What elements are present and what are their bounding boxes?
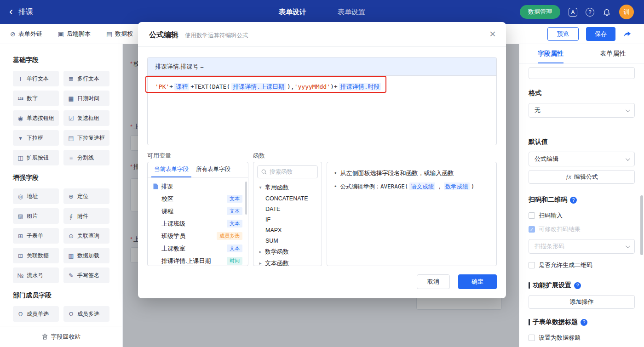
field-type-extend-button[interactable]: ◫扩展按钮: [13, 150, 59, 165]
field-type-data-load[interactable]: ▥数据加载: [63, 248, 109, 263]
field-type-badge: 时间: [227, 257, 242, 265]
member-multi-icon: Ω: [68, 311, 75, 318]
function-item[interactable]: MAPX: [253, 225, 322, 235]
field-type-label: 单选按钮组: [27, 114, 54, 122]
add-action-label: 添加操作: [570, 298, 594, 306]
section-bar: [529, 282, 530, 289]
close-icon[interactable]: ×: [489, 28, 496, 40]
field-type-number[interactable]: 123数字: [13, 91, 59, 106]
bullet-icon: •: [334, 168, 337, 178]
tab-form-settings[interactable]: 表单设置: [338, 8, 365, 17]
function-item[interactable]: CONCATENATE: [253, 193, 322, 204]
format-select[interactable]: 无: [529, 103, 635, 118]
save-button[interactable]: 保存: [586, 27, 615, 41]
formula-field-token: 排课详情.上课日期: [231, 83, 286, 91]
field-type-label: 图片: [27, 212, 38, 220]
field-type-dropdown-multiselect[interactable]: ▤下拉复选框: [63, 130, 109, 146]
function-group[interactable]: ▸数学函数: [253, 246, 322, 257]
field-recycle-bin[interactable]: 字段回收站: [0, 326, 122, 347]
scan-barcode-select[interactable]: 扫描条形码: [529, 239, 635, 254]
field-type-subform[interactable]: ⊞子表单: [13, 228, 59, 244]
function-group[interactable]: ▸文本函数: [253, 257, 322, 266]
function-item[interactable]: IF: [253, 214, 322, 225]
field-type-location[interactable]: ⊕定位: [63, 188, 109, 204]
top-navbar: ‹ 排课 表单设计 表单设置 数据管理 A ? 训: [0, 0, 644, 24]
formula-field-token: 排课详情.时段: [339, 83, 381, 91]
formula-content: 'PK'+课程+TEXT(DATE(排课详情.上课日期),'yyyyMMdd')…: [155, 83, 382, 90]
field-type-image[interactable]: ▨图片: [13, 208, 59, 224]
window-scrollbar[interactable]: [640, 195, 643, 255]
field-type-member-multi[interactable]: Ω成员多选: [63, 306, 109, 322]
help-icon[interactable]: ?: [586, 8, 594, 17]
data-manage-button[interactable]: 数据管理: [520, 5, 560, 19]
field-type-badge: 文本: [227, 220, 242, 228]
preview-button[interactable]: 预览: [547, 27, 579, 41]
subform-title-section-label: 子表单数据标题: [533, 318, 578, 326]
confirm-button[interactable]: 确定: [458, 274, 497, 289]
field-type-single-line-text[interactable]: T单行文本: [13, 71, 59, 86]
properties-body: 格式 无 默认值 公式编辑 ƒx 编辑公式 扫码和二维码 ? 扫码输入 可修改扫…: [519, 67, 644, 347]
cancel-button[interactable]: 取消: [417, 274, 450, 289]
set-data-title-checkbox[interactable]: 设置为数据标题: [529, 334, 635, 342]
field-type-badge: 文本: [227, 245, 242, 252]
variable-item[interactable]: 上课教室文本: [148, 242, 248, 255]
divider-icon: ≡: [68, 154, 75, 161]
toolbar-link-backend-script[interactable]: ▣后端脚本: [58, 30, 91, 38]
field-type-attachment[interactable]: ∮附件: [63, 208, 109, 224]
tab-form-properties[interactable]: 表单属性: [582, 44, 644, 63]
allow-qr-checkbox[interactable]: 是否允许生成二维码: [529, 261, 635, 269]
edit-formula-button[interactable]: ƒx 编辑公式: [529, 170, 635, 184]
field-type-divider[interactable]: ≡分割线: [63, 150, 109, 165]
field-type-label: 子表单: [27, 232, 43, 240]
dropdown-icon: ▾: [17, 135, 24, 142]
variables-scrollbar[interactable]: [245, 182, 247, 215]
variable-name: 课程: [161, 207, 173, 216]
tab-current-form-fields[interactable]: 当前表单字段: [151, 162, 191, 177]
scan-modify-checkbox[interactable]: 可修改扫码结果: [529, 225, 635, 233]
field-type-checkbox-group[interactable]: ☑复选框组: [63, 110, 109, 126]
variable-item[interactable]: 班级学员成员多选: [148, 230, 248, 242]
avatar[interactable]: 训: [619, 5, 634, 19]
toolbar-link-data-permission[interactable]: ▤数据权: [106, 30, 133, 38]
field-type-datetime[interactable]: ▦日期时间: [63, 91, 109, 106]
function-item[interactable]: SUM: [253, 235, 322, 246]
field-type-address[interactable]: ◎地址: [13, 188, 59, 204]
question-icon[interactable]: ?: [581, 319, 587, 326]
field-type-serial-number[interactable]: №流水号: [13, 267, 59, 283]
field-type-signature[interactable]: ✎手写签名: [63, 267, 109, 283]
variable-item[interactable]: 校区文本: [148, 193, 248, 205]
field-type-linked-query[interactable]: ⊙关联查询: [63, 228, 109, 244]
variable-item[interactable]: 上课班级文本: [148, 217, 248, 230]
function-search-input[interactable]: [270, 169, 314, 175]
formula-editor[interactable]: 'PK'+课程+TEXT(DATE(排课详情.上课日期),'yyyyMMdd')…: [148, 76, 496, 98]
scan-input-checkbox[interactable]: 扫码输入: [529, 211, 635, 220]
question-icon[interactable]: ?: [574, 282, 581, 289]
field-type-radio-group[interactable]: ◉单选按钮组: [13, 110, 59, 126]
function-item[interactable]: DATE: [253, 204, 322, 214]
share-icon[interactable]: [623, 30, 632, 38]
variable-item[interactable]: 排课详情.上课日期时间: [148, 255, 248, 266]
formula-text: +: [169, 83, 173, 90]
language-icon[interactable]: A: [569, 8, 577, 17]
field-title-input[interactable]: [529, 67, 635, 79]
variable-name: 上课班级: [161, 220, 185, 228]
variable-root-form[interactable]: 排课: [148, 180, 248, 193]
field-type-dropdown[interactable]: ▾下拉框: [13, 130, 59, 146]
tab-form-design[interactable]: 表单设计: [279, 8, 306, 17]
add-action-button[interactable]: 添加操作: [529, 295, 635, 309]
field-type-linked-data[interactable]: ⊡关联数据: [13, 248, 59, 263]
question-icon[interactable]: ?: [570, 197, 577, 204]
tab-all-form-fields[interactable]: 所有表单字段: [193, 162, 233, 177]
field-type-multi-line-text[interactable]: ≣多行文本: [63, 71, 109, 86]
default-value-select[interactable]: 公式编辑: [529, 152, 635, 166]
field-type-member-single[interactable]: Ω成员单选: [13, 306, 59, 322]
variable-item[interactable]: 课程文本: [148, 205, 248, 217]
back-button[interactable]: ‹: [9, 6, 13, 17]
scan-qr-section-title: 扫码和二维码 ?: [529, 196, 635, 204]
function-group[interactable]: ▾常用函数: [253, 182, 322, 193]
notification-bell-icon[interactable]: [603, 8, 611, 16]
modal-title: 公式编辑: [149, 30, 178, 40]
tab-field-properties[interactable]: 字段属性: [519, 44, 582, 63]
function-group-label: 常用函数: [265, 183, 289, 192]
toolbar-link-form-external-link[interactable]: ⊘表单外链: [10, 30, 42, 38]
